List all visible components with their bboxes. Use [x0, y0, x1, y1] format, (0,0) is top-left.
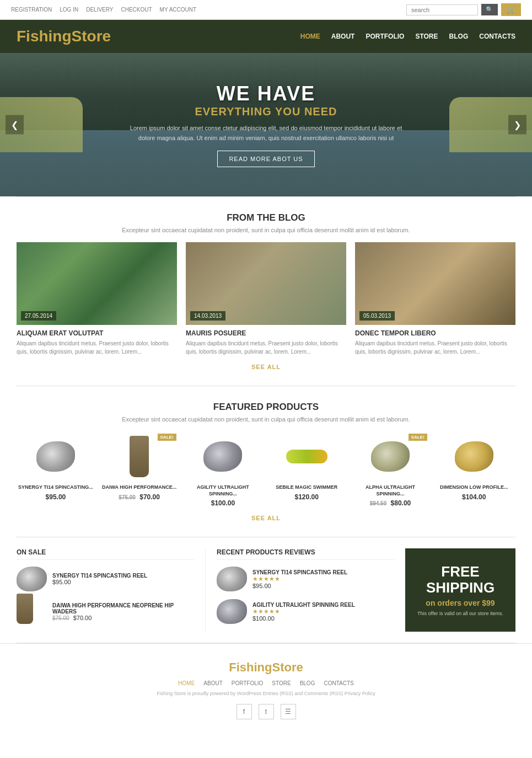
product-waders-icon [130, 436, 149, 477]
delivery-link[interactable]: DELIVERY [86, 7, 113, 13]
logo-text-gold: Store [72, 28, 111, 45]
reviews-section: RECENT PRODUCTS REVIEWS SYNERGY TI14 SPI… [205, 548, 405, 632]
footer-nav-about[interactable]: ABOUT [203, 680, 222, 686]
hero-cta-button[interactable]: READ MORE ABOT US [217, 151, 314, 167]
product-name-5: ALPHA ULTRALIGHT SPINNING... [351, 484, 429, 497]
product-lure-icon [286, 450, 327, 463]
product-name-6: DIMENSION LOW PROFILE... [435, 484, 513, 491]
product-price-2: $75.00 $70.00 [100, 493, 179, 501]
blog-card-2: 14.03.2013 MAURIS POSUERE Aliquam dapibu… [186, 242, 346, 356]
footer-nav-blog[interactable]: BLOG [300, 680, 315, 686]
blog-date-2: 14.03.2013 [190, 311, 225, 321]
featured-header: FEATURED PRODUCTS Excepteur sint occaeca… [17, 402, 515, 423]
product-price-6: $104.00 [435, 493, 513, 501]
product-reel-icon-3 [203, 441, 242, 472]
nav-store[interactable]: STORE [415, 33, 438, 40]
product-price-old-5: $94.50 [370, 500, 387, 506]
blog-img-1: 27.05.2014 [17, 242, 177, 325]
featured-title: FEATURED PRODUCTS [17, 402, 515, 413]
product-name-2: DAIWA HIGH PERFORMANCE... [100, 484, 179, 491]
search-button[interactable]: 🔍 [481, 4, 498, 15]
products-see-all[interactable]: SEE ALL [17, 515, 515, 521]
facebook-icon[interactable]: f [237, 704, 252, 719]
blog-img-3: 05.03.2013 [355, 242, 515, 325]
on-sale-waders-icon [17, 594, 33, 624]
top-bar: REGISTRATION LOG IN DELIVERY CHECKOUT MY… [0, 0, 532, 20]
product-price-1: $95.00 [17, 493, 95, 501]
footer-nav-contacts[interactable]: CONTACTS [324, 680, 353, 686]
nav-contacts[interactable]: CONTACTS [479, 33, 515, 40]
on-sale-title: ON SALE [17, 548, 194, 560]
top-bar-links: REGISTRATION LOG IN DELIVERY CHECKOUT MY… [11, 7, 196, 13]
review-item-info-2: AGILITY ULTRALIGHT SPINNING REEL ★★★★★ $… [252, 602, 355, 622]
product-img-6 [435, 431, 513, 481]
product-card-5: SALE! ALPHA ULTRALIGHT SPINNING... $94.5… [351, 431, 429, 507]
footer-logo: FishingStore [11, 660, 521, 675]
nav-portfolio[interactable]: PORTFOLIO [366, 33, 404, 40]
reviews-title: RECENT PRODUCTS REVIEWS [217, 548, 394, 560]
search-input[interactable] [406, 4, 478, 15]
registration-link[interactable]: REGISTRATION [11, 7, 52, 13]
on-sale-item-1: SYNERGY TI14 SPINCASTING REEL $95.00 [17, 567, 194, 591]
sale-badge-5: SALE! [409, 434, 427, 441]
hero-content: WE HAVE EVERYTHING YOU NEED Lorem ipsum … [123, 82, 410, 167]
blog-card-title-3: DONEC TEMPOR LIBERO [355, 329, 515, 337]
product-card-3: AGILITY ULTRALIGHT SPINNING... $100.00 [184, 431, 262, 507]
my-account-link[interactable]: MY ACCOUNT [160, 7, 197, 13]
twitter-icon[interactable]: t [259, 704, 274, 719]
social-icons: f t ☰ [11, 704, 521, 719]
on-sale-item-price-old-2: $75.00 [52, 615, 69, 621]
footer-nav-store[interactable]: STORE [272, 680, 291, 686]
footer-nav: HOME ABOUT PORTFOLIO STORE BLOG CONTACTS [11, 680, 521, 686]
blog-card-text-1: Aliquam dapibus tincidunt metus. Praesen… [17, 339, 177, 356]
review-stars-1: ★★★★★ [252, 575, 347, 583]
product-card-4: SEBILE MAGIC SWIMMER $120.00 [267, 431, 346, 507]
on-sale-item-name-1: SYNERGY TI14 SPINCASTING REEL [52, 573, 147, 579]
cart-button[interactable]: 🛒 [501, 3, 521, 16]
product-price-new-2: $70.00 [139, 493, 160, 501]
review-item-name-2: AGILITY ULTRALIGHT SPINNING REEL [252, 602, 355, 608]
blog-see-all[interactable]: SEE ALL [17, 364, 515, 370]
shipping-section: FREESHIPPING on orders over $99 This off… [405, 548, 515, 632]
footer: FishingStore HOME ABOUT PORTFOLIO STORE … [0, 643, 532, 728]
blog-date-3: 05.03.2013 [359, 311, 395, 321]
shipping-note: This offer is valid on all our store ite… [417, 611, 503, 616]
on-sale-img-1 [17, 567, 47, 591]
sale-badge-2: SALE! [158, 434, 176, 441]
blog-card-1: 27.05.2014 ALIQUAM ERAT VOLUTPAT Aliquam… [17, 242, 177, 356]
hero-prev-button[interactable]: ❮ [6, 115, 24, 135]
product-reel-icon-5 [371, 441, 410, 472]
footer-logo-text: Fishing [229, 660, 272, 674]
login-link[interactable]: LOG IN [60, 7, 78, 13]
main-nav: HOME ABOUT PORTFOLIO STORE BLOG CONTACTS [300, 33, 515, 40]
review-item-name-1: SYNERGY TI14 SPINCASTING REEL [252, 569, 347, 575]
blog-card-3: 05.03.2013 DONEC TEMPOR LIBERO Aliquam d… [355, 242, 515, 356]
blog-card-title-1: ALIQUAM ERAT VOLUTPAT [17, 329, 177, 337]
review-item-2: AGILITY ULTRALIGHT SPINNING REEL ★★★★★ $… [217, 599, 394, 624]
shipping-subtitle: on orders over $99 [426, 599, 495, 607]
shipping-title: FREESHIPPING [426, 564, 495, 595]
nav-blog[interactable]: BLOG [449, 33, 469, 40]
blog-date-1: 27.05.2014 [21, 311, 56, 321]
blog-card-text-2: Aliquam dapibus tincidunt metus. Praesen… [186, 339, 346, 356]
footer-nav-home[interactable]: HOME [178, 680, 195, 686]
review-item-price-2: $100.00 [252, 615, 355, 622]
checkout-link[interactable]: CHECKOUT [121, 7, 152, 13]
hero-text: Lorem ipsum dolor sit amet conse ctetur … [123, 124, 410, 143]
blog-header: FROM THE BLOG Excepteur sint occaecat cu… [17, 212, 515, 233]
product-price-5: $94.50 $80.00 [351, 499, 429, 507]
nav-about[interactable]: ABOUT [331, 33, 355, 40]
footer-copy: Fishing Store is proudly powered by Word… [11, 691, 521, 696]
product-img-3 [184, 431, 262, 481]
blog-grid: 27.05.2014 ALIQUAM ERAT VOLUTPAT Aliquam… [17, 242, 515, 356]
on-sale-item-info-1: SYNERGY TI14 SPINCASTING REEL $95.00 [52, 573, 147, 585]
footer-nav-portfolio[interactable]: PORTFOLIO [232, 680, 264, 686]
bottom-row: ON SALE SYNERGY TI14 SPINCASTING REEL $9… [0, 537, 532, 643]
review-img-1 [217, 567, 247, 591]
nav-home[interactable]: HOME [300, 33, 320, 40]
products-grid: SYNERGY TI14 SPINCASTING... $95.00 SALE!… [17, 431, 515, 507]
hero-next-button[interactable]: ❯ [508, 115, 526, 135]
review-item-price-1: $95.00 [252, 583, 347, 589]
on-sale-img-2 [17, 599, 47, 624]
rss-icon[interactable]: ☰ [281, 704, 296, 719]
